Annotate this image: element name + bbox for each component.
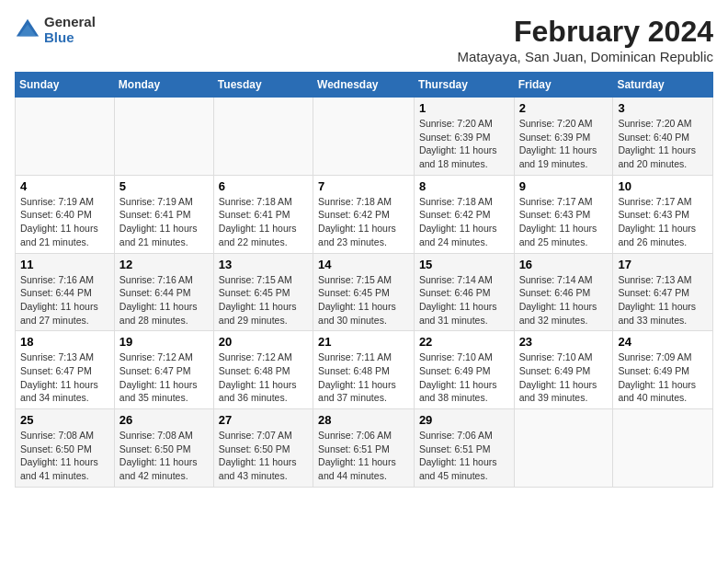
day-info: Sunrise: 7:08 AMSunset: 6:50 PMDaylight:… xyxy=(119,429,209,483)
calendar-cell: 15Sunrise: 7:14 AMSunset: 6:46 PMDayligh… xyxy=(414,253,514,331)
day-number: 21 xyxy=(318,335,409,349)
day-info: Sunrise: 7:14 AMSunset: 6:46 PMDaylight:… xyxy=(519,273,609,327)
calendar-cell: 22Sunrise: 7:10 AMSunset: 6:49 PMDayligh… xyxy=(414,331,514,409)
calendar-cell xyxy=(514,409,613,488)
calendar-cell: 4Sunrise: 7:19 AMSunset: 6:40 PMDaylight… xyxy=(16,175,115,253)
day-number: 1 xyxy=(419,101,509,115)
calendar-week-row: 25Sunrise: 7:08 AMSunset: 6:50 PMDayligh… xyxy=(16,409,713,488)
calendar-cell: 8Sunrise: 7:18 AMSunset: 6:42 PMDaylight… xyxy=(414,175,514,253)
header-day: Friday xyxy=(514,73,613,98)
day-number: 9 xyxy=(519,179,609,193)
day-info: Sunrise: 7:08 AMSunset: 6:50 PMDaylight:… xyxy=(20,429,109,483)
calendar-cell: 1Sunrise: 7:20 AMSunset: 6:39 PMDaylight… xyxy=(414,98,514,176)
day-number: 8 xyxy=(419,179,509,193)
day-number: 19 xyxy=(119,335,209,349)
calendar-cell: 20Sunrise: 7:12 AMSunset: 6:48 PMDayligh… xyxy=(213,331,313,409)
header-day: Tuesday xyxy=(213,73,313,98)
day-number: 15 xyxy=(419,258,509,271)
day-info: Sunrise: 7:09 AMSunset: 6:49 PMDaylight:… xyxy=(618,350,708,405)
calendar-cell: 21Sunrise: 7:11 AMSunset: 6:48 PMDayligh… xyxy=(313,331,415,409)
day-number: 10 xyxy=(618,179,708,193)
calendar-cell: 28Sunrise: 7:06 AMSunset: 6:51 PMDayligh… xyxy=(313,409,415,488)
day-info: Sunrise: 7:18 AMSunset: 6:42 PMDaylight:… xyxy=(318,195,409,249)
calendar-cell xyxy=(313,98,415,176)
day-info: Sunrise: 7:14 AMSunset: 6:46 PMDaylight:… xyxy=(419,273,509,327)
header-day: Saturday xyxy=(613,73,713,98)
logo-text: General Blue xyxy=(44,15,96,45)
day-number: 18 xyxy=(20,335,109,349)
calendar-cell: 25Sunrise: 7:08 AMSunset: 6:50 PMDayligh… xyxy=(16,409,115,488)
day-number: 3 xyxy=(618,101,708,115)
calendar-cell: 11Sunrise: 7:16 AMSunset: 6:44 PMDayligh… xyxy=(16,253,115,331)
day-info: Sunrise: 7:19 AMSunset: 6:40 PMDaylight:… xyxy=(20,195,109,249)
header-row: SundayMondayTuesdayWednesdayThursdayFrid… xyxy=(16,73,713,98)
calendar-cell: 13Sunrise: 7:15 AMSunset: 6:45 PMDayligh… xyxy=(213,253,313,331)
day-number: 23 xyxy=(519,335,609,349)
calendar-cell: 17Sunrise: 7:13 AMSunset: 6:47 PMDayligh… xyxy=(613,253,713,331)
calendar-cell: 9Sunrise: 7:17 AMSunset: 6:43 PMDaylight… xyxy=(514,175,613,253)
day-number: 2 xyxy=(519,101,609,115)
day-info: Sunrise: 7:12 AMSunset: 6:48 PMDaylight:… xyxy=(219,350,308,405)
day-number: 5 xyxy=(119,179,209,193)
calendar-cell xyxy=(213,98,313,176)
logo: General Blue xyxy=(15,15,96,45)
day-info: Sunrise: 7:17 AMSunset: 6:43 PMDaylight:… xyxy=(519,195,609,249)
calendar-week-row: 1Sunrise: 7:20 AMSunset: 6:39 PMDaylight… xyxy=(16,98,713,176)
calendar-cell: 7Sunrise: 7:18 AMSunset: 6:42 PMDaylight… xyxy=(313,175,415,253)
day-info: Sunrise: 7:12 AMSunset: 6:47 PMDaylight:… xyxy=(119,350,209,405)
day-number: 12 xyxy=(119,258,209,271)
day-info: Sunrise: 7:07 AMSunset: 6:50 PMDaylight:… xyxy=(219,429,308,483)
logo-icon xyxy=(15,17,40,43)
calendar-header: SundayMondayTuesdayWednesdayThursdayFrid… xyxy=(16,73,713,98)
day-info: Sunrise: 7:13 AMSunset: 6:47 PMDaylight:… xyxy=(618,273,708,327)
calendar-cell: 3Sunrise: 7:20 AMSunset: 6:40 PMDaylight… xyxy=(613,98,713,176)
calendar-cell xyxy=(613,409,713,488)
calendar-cell: 14Sunrise: 7:15 AMSunset: 6:45 PMDayligh… xyxy=(313,253,415,331)
calendar-cell: 26Sunrise: 7:08 AMSunset: 6:50 PMDayligh… xyxy=(114,409,213,488)
day-info: Sunrise: 7:16 AMSunset: 6:44 PMDaylight:… xyxy=(119,273,209,327)
day-number: 26 xyxy=(119,413,209,427)
logo-general: General xyxy=(44,15,96,30)
calendar-week-row: 11Sunrise: 7:16 AMSunset: 6:44 PMDayligh… xyxy=(16,253,713,331)
day-info: Sunrise: 7:16 AMSunset: 6:44 PMDaylight:… xyxy=(20,273,109,327)
day-number: 27 xyxy=(219,413,308,427)
day-number: 4 xyxy=(20,179,109,193)
header-day: Thursday xyxy=(414,73,514,98)
header-day: Wednesday xyxy=(313,73,415,98)
day-number: 11 xyxy=(20,258,109,271)
calendar-week-row: 4Sunrise: 7:19 AMSunset: 6:40 PMDaylight… xyxy=(16,175,713,253)
day-number: 13 xyxy=(219,258,308,271)
logo-blue: Blue xyxy=(44,30,96,46)
day-number: 20 xyxy=(219,335,308,349)
calendar-cell: 16Sunrise: 7:14 AMSunset: 6:46 PMDayligh… xyxy=(514,253,613,331)
day-number: 16 xyxy=(519,258,609,271)
day-info: Sunrise: 7:20 AMSunset: 6:40 PMDaylight:… xyxy=(618,117,708,171)
calendar-cell: 10Sunrise: 7:17 AMSunset: 6:43 PMDayligh… xyxy=(613,175,713,253)
calendar-cell: 6Sunrise: 7:18 AMSunset: 6:41 PMDaylight… xyxy=(213,175,313,253)
day-number: 7 xyxy=(318,179,409,193)
calendar-cell: 19Sunrise: 7:12 AMSunset: 6:47 PMDayligh… xyxy=(114,331,213,409)
calendar-cell: 12Sunrise: 7:16 AMSunset: 6:44 PMDayligh… xyxy=(114,253,213,331)
day-info: Sunrise: 7:06 AMSunset: 6:51 PMDaylight:… xyxy=(318,429,409,483)
day-number: 28 xyxy=(318,413,409,427)
day-info: Sunrise: 7:18 AMSunset: 6:42 PMDaylight:… xyxy=(419,195,509,249)
day-info: Sunrise: 7:19 AMSunset: 6:41 PMDaylight:… xyxy=(119,195,209,249)
day-number: 24 xyxy=(618,335,708,349)
day-info: Sunrise: 7:13 AMSunset: 6:47 PMDaylight:… xyxy=(20,350,109,405)
day-info: Sunrise: 7:15 AMSunset: 6:45 PMDaylight:… xyxy=(219,273,308,327)
day-info: Sunrise: 7:18 AMSunset: 6:41 PMDaylight:… xyxy=(219,195,308,249)
calendar-cell xyxy=(16,98,115,176)
header-day: Monday xyxy=(114,73,213,98)
day-info: Sunrise: 7:10 AMSunset: 6:49 PMDaylight:… xyxy=(519,350,609,405)
day-info: Sunrise: 7:17 AMSunset: 6:43 PMDaylight:… xyxy=(618,195,708,249)
day-number: 17 xyxy=(618,258,708,271)
day-info: Sunrise: 7:10 AMSunset: 6:49 PMDaylight:… xyxy=(419,350,509,405)
title-area: February 2024 Matayaya, San Juan, Domini… xyxy=(458,15,713,64)
day-info: Sunrise: 7:11 AMSunset: 6:48 PMDaylight:… xyxy=(318,350,409,405)
header: General Blue February 2024 Matayaya, San… xyxy=(15,15,713,64)
calendar-cell: 24Sunrise: 7:09 AMSunset: 6:49 PMDayligh… xyxy=(613,331,713,409)
calendar-cell: 27Sunrise: 7:07 AMSunset: 6:50 PMDayligh… xyxy=(213,409,313,488)
calendar-table: SundayMondayTuesdayWednesdayThursdayFrid… xyxy=(15,72,713,488)
calendar-cell: 2Sunrise: 7:20 AMSunset: 6:39 PMDaylight… xyxy=(514,98,613,176)
calendar-cell xyxy=(114,98,213,176)
